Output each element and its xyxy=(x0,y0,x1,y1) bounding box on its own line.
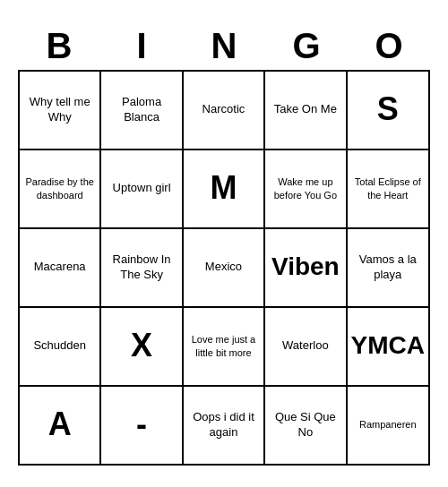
bingo-cell: Viben xyxy=(265,229,347,308)
bingo-cell: Oops i did it again xyxy=(184,387,265,466)
bingo-cell: A xyxy=(20,387,101,466)
bingo-cell: Rampaneren xyxy=(348,387,430,466)
bingo-cell: Uptown girl xyxy=(101,150,183,229)
bingo-cell: X xyxy=(101,308,183,387)
bingo-grid: Why tell me WhyPaloma BlancaNarcoticTake… xyxy=(18,70,430,466)
bingo-cell: Que Si Que No xyxy=(265,387,347,466)
bingo-card: BINGO Why tell me WhyPaloma BlancaNarcot… xyxy=(9,13,439,474)
bingo-cell: Narcotic xyxy=(184,72,265,150)
header-letter: B xyxy=(18,22,100,70)
bingo-cell: Mexico xyxy=(184,229,265,308)
bingo-cell: Paloma Blanca xyxy=(101,72,183,150)
bingo-cell: Why tell me Why xyxy=(20,72,101,150)
header-letter: O xyxy=(348,22,430,70)
header-letter: G xyxy=(265,22,348,70)
bingo-cell: Vamos a la playa xyxy=(348,229,430,308)
bingo-cell: Schudden xyxy=(20,308,101,387)
header-letter: I xyxy=(100,22,183,70)
bingo-header: BINGO xyxy=(18,22,430,70)
bingo-cell: Waterloo xyxy=(265,308,347,387)
bingo-cell: YMCA xyxy=(348,308,430,387)
bingo-cell: Love me just a little bit more xyxy=(184,308,265,387)
bingo-cell: S xyxy=(348,72,430,150)
bingo-cell: Macarena xyxy=(20,229,101,308)
bingo-cell: Wake me up before You Go xyxy=(265,150,347,229)
bingo-cell: - xyxy=(101,387,183,466)
header-letter: N xyxy=(183,22,265,70)
bingo-cell: Take On Me xyxy=(265,72,347,150)
bingo-cell: Total Eclipse of the Heart xyxy=(348,150,430,229)
bingo-cell: Rainbow In The Sky xyxy=(101,229,183,308)
bingo-cell: M xyxy=(184,150,265,229)
bingo-cell: Paradise by the dashboard xyxy=(20,150,101,229)
